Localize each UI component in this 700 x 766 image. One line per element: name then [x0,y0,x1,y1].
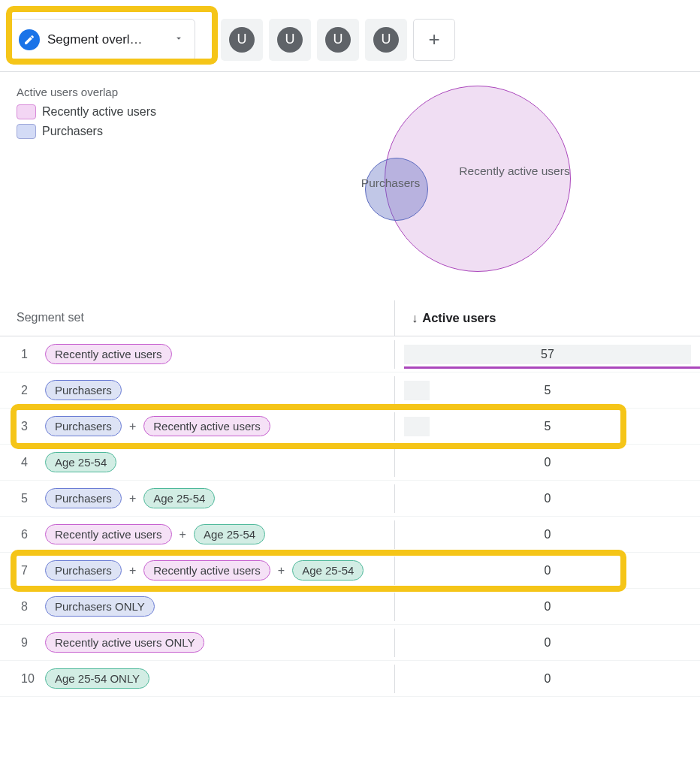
legend-swatch [17,124,36,139]
table-row[interactable]: 2Purchasers5 [0,372,700,409]
row-segments: Age 25-54 ONLY [45,662,394,695]
user-icon: U [373,27,399,53]
row-segments: Purchasers+Recently active users [45,410,394,442]
segment-table: Segment set ↓ Active users 1Recently act… [0,300,700,697]
legend-swatch [17,104,36,119]
row-segments: Purchasers [45,374,394,406]
user-icon: U [325,27,351,53]
table-row[interactable]: 4Age 25-540 [0,445,700,481]
tab-segment-overlap[interactable]: Segment overl… [8,19,195,61]
legend-label: Purchasers [42,125,103,138]
table-row[interactable]: 8Purchasers ONLY0 [0,589,700,625]
user-icon: U [277,27,303,53]
row-value: 0 [394,593,700,621]
venn-label-big: Recently active users [458,164,571,179]
table-row[interactable]: 3Purchasers+Recently active users5 [0,409,700,445]
row-segments: Recently active users+Age 25-54 [45,518,394,550]
row-number: 10 [0,672,45,686]
row-value: 0 [394,520,700,549]
segment-pill[interactable]: Age 25-54 [194,524,265,544]
legend-item[interactable]: Purchasers [17,124,272,139]
legend-title: Active users overlap [17,86,272,98]
row-value: 5 [394,376,700,405]
row-number: 9 [0,636,45,650]
row-segments: Purchasers ONLY [45,590,394,623]
segment-pill[interactable]: Age 25-54 ONLY [45,668,149,689]
row-number: 1 [0,348,45,361]
row-segments: Purchasers+Recently active users+Age 25-… [45,554,394,587]
plus-separator: + [178,528,188,541]
tab-untitled[interactable]: U [317,19,359,61]
legend-label: Recently active users [42,105,156,119]
row-number: 3 [0,420,45,433]
segment-pill[interactable]: Purchasers [45,560,122,581]
plus-separator: + [128,492,137,505]
table-row[interactable]: 1Recently active users57 [0,336,700,372]
user-icon: U [229,27,255,53]
tab-untitled[interactable]: U [365,19,407,61]
chart-area: Active users overlap Recently active use… [0,72,700,297]
col-segment-set[interactable]: Segment set [0,300,394,336]
row-segments: Recently active users ONLY [45,626,394,659]
table-header: Segment set ↓ Active users [0,300,700,336]
segment-pill[interactable]: Age 25-54 [45,452,116,472]
col-metric-label: Active users [422,311,496,325]
row-segments: Recently active users [45,338,394,370]
table-row[interactable]: 10Age 25-54 ONLY0 [0,661,700,697]
row-number: 8 [0,600,45,614]
row-value: 57 [394,340,700,369]
venn-label-small: Purchasers [352,176,430,191]
segment-pill[interactable]: Recently active users [45,524,172,544]
legend-item[interactable]: Recently active users [17,104,272,119]
row-number: 6 [0,528,45,541]
row-segments: Purchasers+Age 25-54 [45,482,394,514]
row-number: 2 [0,384,45,397]
plus-separator: + [128,564,137,578]
segment-pill[interactable]: Purchasers [45,488,122,508]
row-value: 5 [394,412,700,441]
segment-pill[interactable]: Age 25-54 [143,488,215,508]
venn-diagram[interactable]: Recently active users Purchasers [272,86,683,297]
segment-pill[interactable]: Purchasers ONLY [45,596,155,617]
segment-pill[interactable]: Purchasers [45,380,122,400]
segment-pill[interactable]: Age 25-54 [292,560,364,581]
table-row[interactable]: 6Recently active users+Age 25-540 [0,517,700,553]
row-number: 5 [0,492,45,505]
tab-untitled[interactable]: U [221,19,263,61]
row-number: 7 [0,564,45,578]
tabs-bar: Segment overl… UUUU + [0,0,700,72]
col-active-users[interactable]: ↓ Active users [394,300,700,336]
plus-separator: + [276,564,286,578]
row-value: 0 [394,448,700,477]
table-row[interactable]: 5Purchasers+Age 25-540 [0,481,700,517]
row-segments: Age 25-54 [45,446,394,478]
chevron-down-icon [173,32,184,47]
tab-label: Segment overl… [47,32,143,47]
segment-pill[interactable]: Recently active users [45,344,172,364]
table-row[interactable]: 7Purchasers+Recently active users+Age 25… [0,553,700,589]
row-value: 0 [394,629,700,657]
add-tab-button[interactable]: + [413,19,455,61]
segment-pill[interactable]: Recently active users ONLY [45,632,204,653]
table-row[interactable]: 9Recently active users ONLY0 [0,625,700,661]
row-value: 0 [394,484,700,513]
row-value: 0 [394,556,700,585]
tab-untitled[interactable]: U [269,19,311,61]
row-value: 0 [394,665,700,693]
pencil-icon [19,29,40,50]
plus-separator: + [128,420,137,433]
sort-arrow-icon: ↓ [412,311,418,325]
segment-pill[interactable]: Recently active users [143,560,270,581]
segment-pill[interactable]: Recently active users [143,416,270,436]
segment-pill[interactable]: Purchasers [45,416,122,436]
row-number: 4 [0,456,45,469]
